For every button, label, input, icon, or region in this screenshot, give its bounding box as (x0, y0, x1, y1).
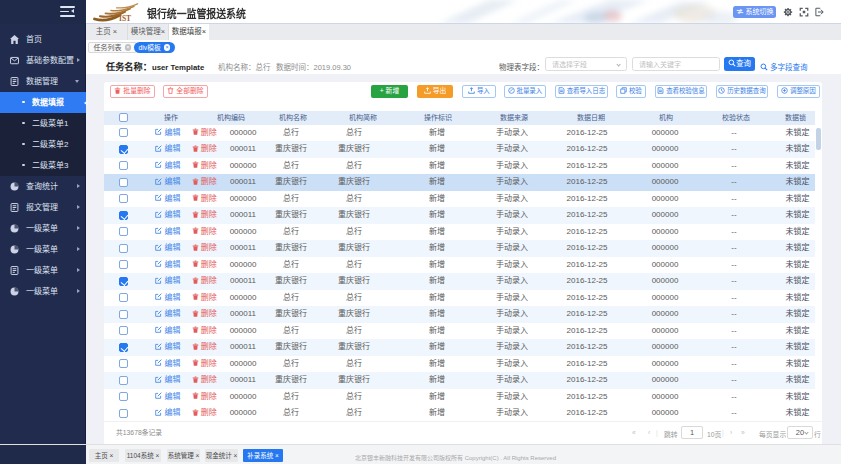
svg-text:IST: IST (119, 14, 131, 23)
